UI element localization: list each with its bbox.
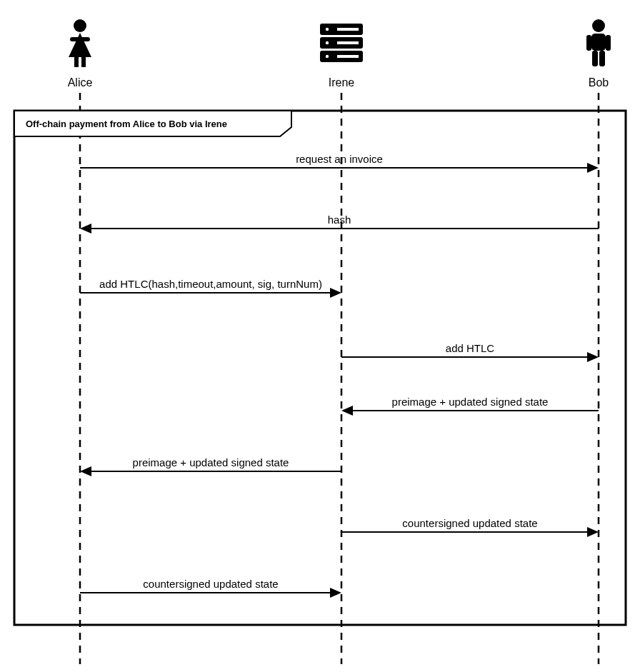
sequence-diagram: Alice Irene Bob Off-chain payment from A… [0, 0, 640, 672]
svg-point-9 [326, 55, 329, 58]
svg-rect-3 [81, 57, 86, 67]
svg-rect-15 [586, 35, 591, 51]
msg-label-5: preimage + updated signed state [392, 396, 549, 408]
actor-label-bob: Bob [556, 76, 640, 89]
svg-rect-2 [74, 57, 79, 67]
frame-box [14, 111, 626, 625]
svg-rect-18 [599, 51, 605, 66]
svg-rect-10 [337, 28, 359, 31]
svg-rect-17 [592, 51, 598, 66]
woman-icon [69, 19, 91, 67]
msg-label-7: countersigned updated state [402, 517, 537, 529]
msg-label-6: preimage + updated signed state [133, 456, 289, 468]
svg-rect-12 [337, 55, 359, 58]
actor-label-alice: Alice [37, 76, 123, 89]
man-icon [586, 19, 611, 66]
svg-rect-16 [606, 35, 611, 51]
actor-label-irene: Irene [299, 76, 384, 89]
svg-point-7 [326, 28, 329, 31]
msg-label-8: countersigned updated state [143, 578, 278, 590]
server-icon [320, 24, 363, 62]
svg-point-13 [592, 19, 605, 32]
frame-title: Off-chain payment from Alice to Bob via … [19, 114, 236, 134]
svg-rect-1 [70, 37, 90, 41]
svg-rect-11 [337, 41, 359, 44]
svg-point-8 [326, 41, 329, 44]
msg-label-3: add HTLC(hash,timeout,amount, sig, turnN… [99, 278, 322, 290]
svg-rect-14 [591, 34, 606, 51]
msg-label-4: add HTLC [446, 342, 494, 354]
msg-label-2: hash [328, 214, 351, 226]
diagram-svg [0, 0, 640, 672]
svg-point-0 [74, 19, 86, 32]
msg-label-1: request an invoice [296, 153, 383, 165]
